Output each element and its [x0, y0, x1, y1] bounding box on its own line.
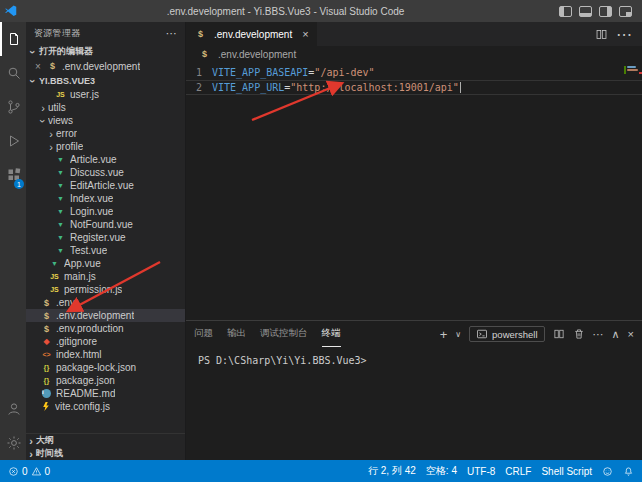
- env-file-icon: [40, 298, 53, 308]
- tree-folder-views[interactable]: views: [26, 114, 185, 127]
- vue-file-icon: [54, 247, 67, 254]
- close-icon[interactable]: ×: [32, 61, 44, 72]
- text-cursor: [460, 82, 461, 93]
- vscode-logo-icon: [0, 4, 22, 18]
- tree-item-editarticle-vue[interactable]: EditArticle.vue: [26, 179, 185, 192]
- cursor-position-status[interactable]: 行 2, 列 42: [368, 464, 416, 478]
- tree-item-env[interactable]: .env: [26, 296, 185, 309]
- git-file-icon: [40, 337, 53, 346]
- toggle-sidebar-icon[interactable]: [559, 6, 572, 17]
- problems-status[interactable]: 0 0: [8, 466, 50, 477]
- explorer-more-actions-icon[interactable]: ⋯: [166, 27, 177, 40]
- tree-folder-error[interactable]: error: [26, 127, 185, 140]
- tree-item-env-production[interactable]: .env.production: [26, 322, 185, 335]
- vue-file-icon: [54, 156, 67, 163]
- explorer-icon[interactable]: [0, 22, 26, 56]
- explorer-sidebar: 资源管理器 ⋯ 打开的编辑器 × .env.development YI.BBS…: [26, 22, 186, 460]
- tree-folder-utils[interactable]: utils: [26, 101, 185, 114]
- tree-item-package-json[interactable]: package.json: [26, 374, 185, 387]
- tab-problems[interactable]: 问题: [194, 321, 213, 347]
- terminal-content[interactable]: PS D:\CSharp\Yi\Yi.BBS.Vue3>: [186, 347, 642, 460]
- close-tab-icon[interactable]: ×: [302, 28, 308, 40]
- tree-item-readme-md[interactable]: README.md: [26, 387, 185, 400]
- tree-item-test-vue[interactable]: Test.vue: [26, 244, 185, 257]
- chevron-right-icon: [38, 103, 48, 113]
- tree-item-article-vue[interactable]: Article.vue: [26, 153, 185, 166]
- toggle-panel-icon[interactable]: [579, 6, 592, 17]
- notifications-bell-icon[interactable]: [623, 466, 634, 477]
- encoding-status[interactable]: UTF-8: [467, 466, 495, 477]
- tree-item-index-vue[interactable]: Index.vue: [26, 192, 185, 205]
- editor-actions: ⋯: [595, 22, 642, 46]
- tab-terminal[interactable]: 终端: [322, 321, 341, 347]
- tab-debug-console[interactable]: 调试控制台: [260, 321, 308, 347]
- vue-file-icon: [54, 221, 67, 228]
- panel-header: 问题 输出 调试控制台 终端 + ∨ powershell: [186, 321, 642, 347]
- extensions-badge: 1: [14, 179, 24, 189]
- sidebar-bottom-sections: 大纲 时间线: [26, 433, 185, 460]
- search-icon[interactable]: [0, 56, 26, 90]
- terminal-prompt: PS D:\CSharp\Yi\Yi.BBS.Vue3>: [198, 355, 367, 366]
- feedback-smiley-icon[interactable]: [602, 466, 613, 477]
- panel-more-actions-icon[interactable]: ⋯: [593, 329, 604, 340]
- breadcrumb[interactable]: .env.development: [186, 46, 642, 62]
- env-file-icon: [194, 29, 207, 39]
- tree-item-index-html[interactable]: index.html: [26, 348, 185, 361]
- account-icon[interactable]: [0, 392, 26, 426]
- title-bar: .env.development - Yi.BBS.Vue3 - Visual …: [0, 0, 642, 22]
- tree-item-notfound-vue[interactable]: NotFound.vue: [26, 218, 185, 231]
- layout-controls: [549, 6, 642, 17]
- warning-icon: [31, 466, 42, 477]
- outline-section-header[interactable]: 大纲: [26, 434, 185, 447]
- close-panel-icon[interactable]: ×: [628, 329, 634, 340]
- minimap[interactable]: [624, 65, 638, 72]
- timeline-section-header[interactable]: 时间线: [26, 447, 185, 460]
- source-control-icon[interactable]: [0, 90, 26, 124]
- run-debug-icon[interactable]: [0, 124, 26, 158]
- open-editor-item[interactable]: × .env.development: [26, 59, 185, 73]
- customize-layout-icon[interactable]: [619, 6, 632, 17]
- tree-item-user-js[interactable]: user.js: [26, 88, 185, 101]
- settings-gear-icon[interactable]: [0, 426, 26, 460]
- tree-folder-profile[interactable]: profile: [26, 140, 185, 153]
- tree-item-register-vue[interactable]: Register.vue: [26, 231, 185, 244]
- tree-item-discuss-vue[interactable]: Discuss.vue: [26, 166, 185, 179]
- tree-item-login-vue[interactable]: Login.vue: [26, 205, 185, 218]
- tree-item-env-development[interactable]: .env.development: [26, 309, 185, 322]
- chevron-right-icon: [46, 142, 56, 152]
- terminal-profile-chevron-icon[interactable]: ∨: [455, 330, 461, 339]
- terminal-instance-powershell[interactable]: powershell: [469, 326, 544, 342]
- activity-bar: 1: [0, 22, 26, 460]
- bottom-panel: 问题 输出 调试控制台 终端 + ∨ powershell: [186, 320, 642, 460]
- toggle-secondary-sidebar-icon[interactable]: [599, 6, 612, 17]
- maximize-panel-icon[interactable]: ∧: [612, 329, 620, 340]
- tab-env-development[interactable]: .env.development ×: [186, 22, 318, 46]
- vue-file-icon: [54, 208, 67, 215]
- tree-item-permission-js[interactable]: permission.js: [26, 283, 185, 296]
- tree-item-main-js[interactable]: main.js: [26, 270, 185, 283]
- env-file-icon: [198, 49, 211, 59]
- sidebar-title-row: 资源管理器 ⋯: [26, 22, 185, 44]
- tree-item-app-vue[interactable]: App.vue: [26, 257, 185, 270]
- eol-status[interactable]: CRLF: [505, 466, 531, 477]
- editor-tab-bar: .env.development × ⋯: [186, 22, 642, 46]
- tab-output[interactable]: 输出: [227, 321, 246, 347]
- project-root-header[interactable]: YI.BBS.VUE3: [26, 73, 185, 88]
- new-terminal-icon[interactable]: +: [440, 328, 448, 341]
- language-mode-status[interactable]: Shell Script: [541, 466, 592, 477]
- chevron-down-icon: [28, 47, 38, 57]
- tree-item-package-lock-json[interactable]: package-lock.json: [26, 361, 185, 374]
- more-actions-icon[interactable]: ⋯: [616, 25, 632, 44]
- code-editor[interactable]: 1 VITE_APP_BASEAPI = "/api-dev" 2 VITE_A…: [186, 62, 642, 320]
- tree-item-vite-config-js[interactable]: vite.config.js: [26, 400, 185, 413]
- vite-file-icon: [42, 402, 50, 411]
- minimap-line: [627, 66, 636, 68]
- extensions-icon[interactable]: 1: [0, 158, 26, 192]
- tree-item-gitignore[interactable]: .gitignore: [26, 335, 185, 348]
- split-editor-icon[interactable]: [595, 28, 608, 41]
- split-terminal-icon[interactable]: [553, 328, 565, 340]
- kill-terminal-trash-icon[interactable]: [573, 328, 585, 340]
- indentation-status[interactable]: 空格: 4: [426, 464, 457, 478]
- open-editors-header[interactable]: 打开的编辑器: [26, 44, 185, 59]
- panel-tabs: 问题 输出 调试控制台 终端: [194, 321, 341, 347]
